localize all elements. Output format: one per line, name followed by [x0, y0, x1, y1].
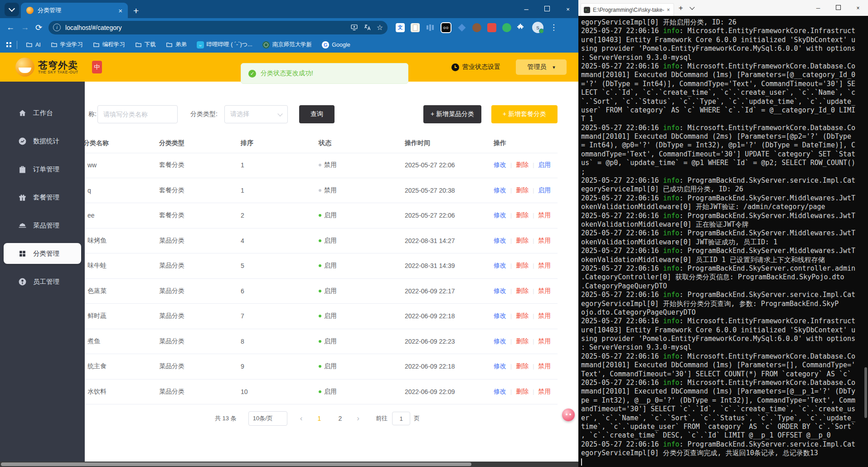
terminal-maximize-button[interactable]	[828, 5, 848, 11]
toggle-status-link[interactable]: 禁用	[538, 362, 551, 370]
delete-link[interactable]: 删除	[516, 161, 529, 169]
tab-close-icon[interactable]: ×	[116, 7, 124, 15]
bookmark-folder-下载[interactable]: 下载	[135, 41, 156, 49]
terminal-tab[interactable]: >_ E:\Programming\C#\sky-take- ×	[581, 3, 674, 16]
site-info-icon[interactable]: i	[53, 24, 61, 31]
bookmark-site-1[interactable]: ᴗ哔哩哔哩 ( ´-`)つ...	[197, 41, 252, 49]
browser-tab-category[interactable]: 分类管理 ×	[21, 3, 128, 18]
extensions-puzzle-icon[interactable]	[517, 23, 525, 32]
edit-link[interactable]: 修改	[494, 237, 506, 245]
bookmark-folder-学业学习[interactable]: 学业学习	[51, 41, 83, 49]
user-dropdown[interactable]: 管理员 ▾	[516, 59, 567, 75]
edit-link[interactable]: 修改	[494, 337, 506, 345]
sidebar-item-菜品管理[interactable]: 菜品管理	[0, 211, 85, 239]
delete-link[interactable]: 删除	[516, 237, 529, 245]
toggle-status-link[interactable]: 禁用	[538, 262, 551, 270]
reload-icon[interactable]: ⟳	[35, 23, 42, 33]
bear-extension-icon[interactable]	[472, 23, 481, 32]
terminal-minimize-button[interactable]: ─	[808, 5, 828, 11]
edit-link[interactable]: 修改	[494, 161, 506, 169]
goto-page-input[interactable]	[392, 412, 410, 425]
edit-link[interactable]: 修改	[494, 362, 506, 370]
bookmark-folder-弟弟[interactable]: 弟弟	[166, 41, 187, 49]
bilibili-extension-icon[interactable]: oo	[441, 22, 451, 33]
translate-extension-icon[interactable]: 文	[396, 23, 405, 32]
sidebar-item-工作台[interactable]: 工作台	[0, 99, 85, 127]
page-number-1[interactable]: 1	[315, 415, 323, 422]
browser-minimize-button[interactable]: ─	[516, 6, 537, 13]
translate-icon[interactable]	[364, 24, 371, 31]
terminal-close-button[interactable]: ×	[848, 5, 868, 11]
sidebar-item-分类管理[interactable]: 分类管理	[0, 239, 85, 268]
diamond-extension-icon[interactable]	[457, 23, 466, 32]
delete-link[interactable]: 删除	[516, 186, 529, 195]
bookmark-site-2[interactable]: 南京师范大学新	[262, 41, 312, 49]
new-tab-button[interactable]: +	[133, 6, 139, 15]
toggle-status-link[interactable]: 禁用	[538, 287, 551, 295]
next-page-icon[interactable]: ›	[357, 414, 359, 423]
edit-link[interactable]: 修改	[494, 287, 506, 295]
add-dish-category-button[interactable]: + 新增菜品分类	[423, 105, 481, 123]
sidebar-item-订单管理[interactable]: 订单管理	[0, 155, 85, 183]
tab-search-button[interactable]	[5, 3, 19, 16]
url-text[interactable]: localhost/#/category	[65, 24, 345, 31]
forward-icon[interactable]: →	[21, 23, 29, 32]
delete-link[interactable]: 删除	[516, 388, 529, 396]
browser-close-button[interactable]: ×	[558, 6, 578, 13]
chart-extension-icon[interactable]	[426, 23, 435, 32]
delete-link[interactable]: 删除	[516, 312, 529, 320]
document-extension-icon[interactable]	[411, 23, 420, 32]
delete-link[interactable]: 删除	[516, 287, 529, 295]
browser-maximize-button[interactable]	[537, 6, 558, 13]
terminal-scrollbar-thumb[interactable]	[864, 367, 867, 418]
browser-menu-icon[interactable]: ⋮	[550, 23, 558, 32]
green-extension-icon[interactable]	[502, 23, 511, 32]
delete-link[interactable]: 删除	[516, 362, 529, 370]
horizontal-scrollbar[interactable]	[0, 462, 578, 467]
bookmark-folder-编程学习[interactable]: 编程学习	[93, 41, 125, 49]
bookmark-star-icon[interactable]: ☆	[377, 23, 383, 32]
toggle-status-link[interactable]: 启用	[538, 161, 551, 169]
sidebar-item-套餐管理[interactable]: 套餐管理	[0, 183, 85, 211]
language-badge[interactable]: 中	[92, 61, 102, 73]
page-number-2[interactable]: 2	[336, 415, 344, 422]
terminal-dropdown-icon[interactable]	[689, 5, 694, 10]
sidebar-item-员工管理[interactable]: 员工管理	[0, 268, 85, 296]
search-button[interactable]: 查询	[299, 105, 335, 123]
bookmark-folder-AI[interactable]: AI	[26, 41, 41, 49]
edit-link[interactable]: 修改	[494, 262, 506, 270]
delete-link[interactable]: 删除	[516, 337, 529, 345]
toggle-status-link[interactable]: 禁用	[538, 312, 551, 320]
add-meal-category-button[interactable]: + 新增套餐分类	[491, 105, 558, 123]
edit-link[interactable]: 修改	[494, 312, 506, 320]
address-bar[interactable]: i localhost/#/category ☆	[48, 21, 388, 34]
bookmark-site-3[interactable]: GGoogle	[322, 41, 350, 49]
send-to-device-icon[interactable]	[350, 24, 358, 31]
category-name-input[interactable]	[97, 105, 178, 123]
apps-grid-icon[interactable]	[6, 42, 11, 47]
edit-link[interactable]: 修改	[494, 211, 506, 219]
toggle-status-link[interactable]: 禁用	[538, 237, 551, 245]
toggle-status-link[interactable]: 禁用	[538, 337, 551, 345]
terminal-new-tab-button[interactable]: +	[679, 4, 683, 13]
delete-link[interactable]: 删除	[516, 262, 529, 270]
red-extension-icon[interactable]	[487, 23, 496, 32]
category-type-select[interactable]: 请选择	[224, 105, 288, 123]
page-size-select[interactable]: 10条/页	[248, 411, 287, 426]
edit-link[interactable]: 修改	[494, 388, 506, 396]
delete-link[interactable]: 删除	[516, 211, 529, 219]
terminal-tab-close-icon[interactable]: ×	[666, 7, 671, 13]
type-filter-label: 分类类型:	[190, 105, 218, 123]
business-status-button[interactable]: 营业状态设置	[462, 63, 500, 71]
sidebar-item-数据统计[interactable]: 数据统计	[0, 127, 85, 155]
scrollbar-thumb[interactable]	[1, 462, 471, 466]
floating-assistant-button[interactable]	[562, 409, 575, 421]
toggle-status-link[interactable]: 禁用	[538, 388, 551, 396]
toggle-status-link[interactable]: 启用	[538, 186, 551, 195]
edit-link[interactable]: 修改	[494, 186, 506, 195]
back-icon[interactable]: ←	[6, 23, 15, 32]
terminal-output[interactable]: egoryServiceImpl[0] 开始启用分类, ID: 262025-0…	[578, 16, 868, 467]
profile-avatar[interactable]: s	[532, 22, 543, 33]
toggle-status-link[interactable]: 禁用	[538, 211, 551, 219]
table-row: 统主食菜品分类9启用2022-06-09 22:18修改|删除|禁用	[85, 354, 558, 379]
